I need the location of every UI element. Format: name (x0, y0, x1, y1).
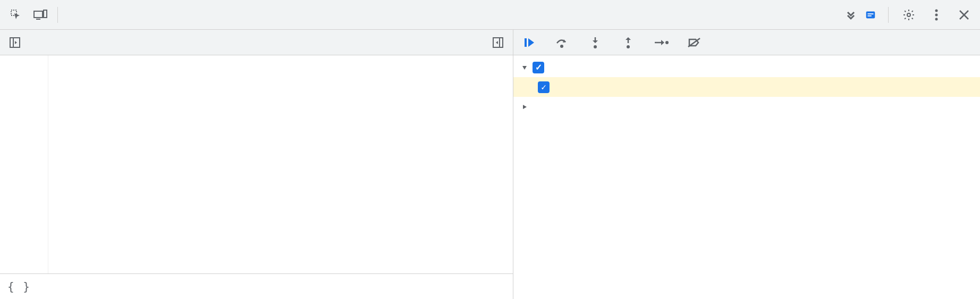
svg-point-22 (627, 45, 630, 48)
divider (888, 7, 889, 23)
svg-rect-17 (525, 38, 527, 47)
step-icon[interactable] (652, 33, 671, 52)
category-checkbox[interactable] (533, 62, 544, 73)
svg-point-18 (560, 45, 563, 48)
breakpoint-section[interactable] (513, 97, 980, 117)
step-into-icon[interactable] (586, 33, 605, 52)
pretty-print-icon[interactable]: { } (7, 280, 31, 293)
svg-point-24 (665, 41, 669, 44)
step-over-icon[interactable] (553, 33, 572, 52)
navigator-toggle-icon[interactable] (4, 32, 26, 53)
toolbar-right (865, 4, 975, 26)
svg-rect-4 (866, 11, 875, 18)
file-tabs-bar (0, 30, 513, 55)
issues-badge[interactable] (865, 9, 878, 21)
svg-point-7 (907, 13, 910, 16)
expand-triangle-icon[interactable] (521, 64, 528, 71)
line-gutter (0, 55, 48, 273)
inspect-element-icon[interactable] (5, 4, 27, 26)
debug-toolbar (513, 30, 980, 55)
device-toolbar-icon[interactable] (30, 4, 51, 26)
svg-rect-5 (868, 13, 874, 14)
breakpoints-tree (513, 55, 980, 299)
kebab-menu-icon[interactable] (926, 4, 947, 26)
breakpoint-item[interactable] (513, 77, 980, 97)
svg-point-20 (594, 45, 597, 48)
svg-rect-6 (868, 15, 872, 16)
code-editor[interactable] (0, 55, 513, 273)
svg-rect-3 (44, 10, 47, 18)
debugger-panel (513, 30, 980, 299)
settings-gear-icon[interactable] (898, 4, 919, 26)
svg-point-8 (935, 9, 938, 12)
panel-tabs (69, 0, 837, 29)
svg-point-10 (935, 18, 938, 20)
collapse-triangle-icon[interactable] (521, 103, 528, 111)
divider (57, 7, 58, 23)
more-tabs-icon[interactable] (840, 4, 861, 26)
svg-point-9 (935, 13, 938, 16)
debugger-toggle-icon[interactable] (487, 32, 509, 53)
resume-icon[interactable] (520, 33, 539, 52)
gutter-border (48, 55, 57, 273)
item-checkbox[interactable] (538, 81, 550, 93)
breakpoint-category[interactable] (513, 57, 980, 77)
devtools-main-toolbar (0, 0, 980, 30)
deactivate-breakpoints-icon[interactable] (685, 33, 704, 52)
step-out-icon[interactable] (619, 33, 638, 52)
code-lines[interactable] (57, 55, 513, 273)
svg-rect-1 (34, 11, 43, 18)
main-content: { } (0, 30, 980, 299)
editor-status-bar: { } (0, 273, 513, 299)
close-icon[interactable] (953, 4, 975, 26)
sources-panel: { } (0, 30, 513, 299)
